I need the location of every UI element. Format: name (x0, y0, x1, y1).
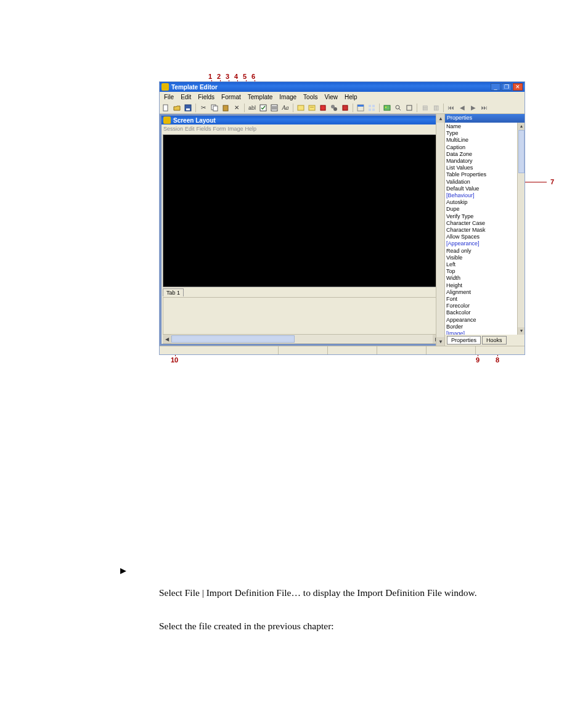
property-row[interactable]: [Image] (446, 330, 523, 335)
property-row[interactable]: Border (446, 324, 523, 330)
toolbar-delete-icon[interactable]: ✕ (232, 103, 242, 113)
property-row[interactable]: Data Zone (446, 151, 523, 158)
app-icon (161, 83, 169, 91)
hscroll-left-icon[interactable]: ◀ (163, 335, 171, 343)
toolbar-yellow2-icon[interactable] (307, 103, 317, 113)
menu-fields[interactable]: Fields (195, 93, 217, 101)
toolbar-red1-icon[interactable] (318, 103, 328, 113)
menu-help[interactable]: Help (342, 93, 360, 101)
property-row[interactable]: Caption (446, 144, 523, 151)
inner-menu-help[interactable]: Help (245, 126, 257, 132)
propscroll-down-icon[interactable]: ▼ (518, 327, 525, 335)
toolbar-align1-icon[interactable]: ▤ (420, 103, 430, 113)
property-row[interactable]: Read only (446, 248, 523, 255)
hscroll-thumb[interactable] (171, 335, 295, 343)
property-row[interactable]: Default Value (446, 186, 523, 192)
toolbar-gears-icon[interactable] (329, 103, 339, 113)
toolbar-cut-icon[interactable]: ✂ (198, 103, 208, 113)
mdi-vscroll[interactable]: ▲ ▼ (436, 114, 444, 346)
property-row[interactable]: [Behaviour] (446, 192, 523, 199)
property-row[interactable]: Forecolor (446, 303, 523, 309)
toolbar-checkbox-icon[interactable] (258, 103, 268, 113)
menu-view[interactable]: View (322, 93, 340, 101)
toolbar-open-icon[interactable] (172, 103, 182, 113)
property-row[interactable]: Name (446, 123, 523, 130)
toolbar-image-icon[interactable] (382, 103, 392, 113)
vscroll-up-icon[interactable]: ▲ (436, 114, 445, 123)
menu-tools[interactable]: Tools (301, 93, 320, 101)
property-row[interactable]: Appearance (446, 317, 523, 324)
toolbar-yellow1-icon[interactable] (296, 103, 306, 113)
outer-menubar: File Edit Fields Format Template Image T… (160, 92, 525, 102)
restore-button[interactable]: ❐ (502, 83, 512, 91)
menu-file[interactable]: File (161, 93, 176, 101)
toolbar-next-icon[interactable]: ▶ (468, 103, 478, 113)
menu-template[interactable]: Template (245, 93, 276, 101)
close-button[interactable]: ✕ (513, 83, 523, 91)
inner-icon (163, 116, 171, 124)
menu-edit[interactable]: Edit (178, 93, 194, 101)
menu-format[interactable]: Format (219, 93, 243, 101)
property-row[interactable]: Mandatory (446, 158, 523, 165)
property-row[interactable]: Font (446, 296, 523, 303)
property-row[interactable]: [Appearance] (446, 240, 523, 247)
properties-vscroll[interactable]: ▲ ▼ (517, 123, 525, 335)
property-row[interactable]: MultiLine (446, 137, 523, 144)
property-row[interactable]: List Values (446, 165, 523, 171)
toolbar-first-icon[interactable]: ⏮ (446, 103, 456, 113)
toolbar-new-icon[interactable] (161, 103, 171, 113)
property-row[interactable]: Alignment (446, 289, 523, 296)
toolbar-prop-icon[interactable] (356, 103, 365, 113)
property-row[interactable]: Validation (446, 179, 523, 186)
vscroll-down-icon[interactable]: ▼ (436, 337, 445, 346)
property-row[interactable]: Width (446, 275, 523, 282)
inner-menu-edit[interactable]: Edit (185, 126, 195, 132)
minimize-button[interactable]: _ (491, 83, 500, 91)
property-row[interactable]: Character Mask (446, 227, 523, 234)
propscroll-thumb[interactable] (518, 130, 525, 173)
property-row[interactable]: Left (446, 261, 523, 268)
panel-tab-hooks[interactable]: Hooks (482, 336, 507, 345)
toolbar-fit-icon[interactable] (404, 103, 414, 113)
toolbar-textfield-icon[interactable]: abl (247, 103, 257, 113)
toolbar-align2-icon[interactable]: ▥ (431, 103, 441, 113)
inner-hscroll[interactable]: ◀ ▶ (163, 334, 441, 343)
property-row[interactable]: Verify Type (446, 213, 523, 220)
toolbar-zones-icon[interactable] (367, 103, 377, 113)
property-row[interactable]: Dupe (446, 206, 523, 213)
toolbar-red2-icon[interactable] (340, 103, 350, 113)
property-row[interactable]: Top (446, 268, 523, 275)
property-row[interactable]: Type (446, 130, 523, 137)
toolbar-zoom-icon[interactable] (393, 103, 403, 113)
panel-tab-properties[interactable]: Properties (447, 336, 481, 345)
toolbar-paste-icon[interactable] (221, 103, 231, 113)
inner-menu-fields[interactable]: Fields (197, 126, 211, 132)
properties-header: Properties (445, 114, 525, 123)
toolbar-listbox-icon[interactable] (269, 103, 279, 113)
property-row[interactable]: Character Case (446, 220, 523, 227)
inner-menu-session[interactable]: Session (163, 126, 183, 132)
property-row[interactable]: Visible (446, 255, 523, 261)
toolbar-font-icon[interactable]: Aa (280, 103, 290, 113)
toolbar-prev-icon[interactable]: ◀ (457, 103, 467, 113)
toolbar-save-icon[interactable] (183, 103, 193, 113)
svg-rect-24 (384, 105, 390, 110)
design-canvas[interactable] (163, 134, 440, 287)
inner-menu-image[interactable]: Image (228, 126, 243, 132)
inner-menu-form[interactable]: Form (213, 126, 226, 132)
property-row[interactable]: Height (446, 282, 523, 289)
svg-rect-20 (369, 105, 371, 107)
menu-image[interactable]: Image (277, 93, 299, 101)
properties-list[interactable]: NameTypeMultiLineCaptionData ZoneMandato… (445, 123, 525, 335)
callout-10: 10 (171, 356, 178, 364)
tab-1[interactable]: Tab 1 (163, 288, 184, 296)
toolbar-last-icon[interactable]: ⏭ (480, 103, 489, 113)
property-row[interactable]: Allow Spaces (446, 234, 523, 240)
propscroll-up-icon[interactable]: ▲ (518, 123, 525, 130)
paragraph-1: Select File | Import Definition File… to… (159, 586, 525, 599)
property-row[interactable]: Backcolor (446, 309, 523, 316)
toolbar-copy-icon[interactable] (210, 103, 219, 113)
property-row[interactable]: Autoskip (446, 199, 523, 206)
property-row[interactable]: Table Properties (446, 171, 523, 178)
callout-2: 2 (217, 73, 221, 80)
